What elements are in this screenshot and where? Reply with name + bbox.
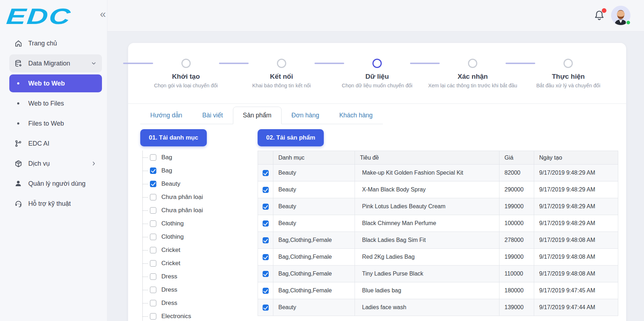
- cell-title: Pink Lotus Ladies Beauty Cream: [355, 198, 499, 215]
- sidebar-item-data-migration[interactable]: Data Migration: [9, 54, 102, 72]
- table-row: Bag,Clothing,Female Tiny Ladies Purse Bl…: [258, 266, 618, 282]
- category-checkbox[interactable]: [150, 313, 156, 320]
- category-checkbox[interactable]: [150, 207, 156, 214]
- row-checkbox-cell: [258, 165, 273, 181]
- table-row: Beauty Ladies face wash 139000 9/17/2019…: [258, 299, 618, 316]
- category-checkbox[interactable]: [150, 181, 156, 187]
- row-checkbox[interactable]: [263, 305, 269, 311]
- tab-kh-ch-h-ng[interactable]: Khách hàng: [329, 107, 382, 124]
- category-label: Cricket: [161, 247, 180, 254]
- cell-category: Beauty: [273, 165, 355, 181]
- category-checkbox[interactable]: [150, 300, 156, 306]
- row-checkbox[interactable]: [263, 170, 269, 176]
- category-checkbox[interactable]: [150, 154, 156, 161]
- user-avatar[interactable]: [611, 6, 630, 25]
- cell-title: Red 2Kg Ladies Bag: [355, 249, 499, 266]
- table-row: Beauty X-Man Black Body Spray 290000 9/1…: [258, 181, 618, 198]
- cell-title: Make-up Kit Golden Fashion Special Kit: [355, 165, 499, 181]
- tab-s-n-ph-m[interactable]: Sản phẩm: [233, 107, 282, 124]
- category-checkbox[interactable]: [150, 247, 156, 253]
- row-checkbox[interactable]: [263, 237, 269, 243]
- sidebar-item-h-tr-k-thu-t[interactable]: Hỗ trợ kỹ thuật: [9, 195, 102, 213]
- sidebar-item-qu-n-l-ng-i-d-ng[interactable]: Quản lý người dùng: [9, 175, 102, 193]
- category-tree-item-bag[interactable]: Bag: [143, 151, 258, 164]
- sidebar-item-files-to-web[interactable]: Files to Web: [9, 115, 102, 132]
- table-row: Bag,Clothing,Female Black Ladies Bag Sim…: [258, 232, 618, 249]
- row-checkbox[interactable]: [263, 187, 269, 193]
- category-label: Beauty: [161, 180, 180, 188]
- load-products-button[interactable]: 02. Tải sản phẩm: [258, 129, 324, 146]
- tab-n-h-ng[interactable]: Đơn hàng: [282, 107, 330, 124]
- cell-created: 9/17/2019 9:48:29 AM: [534, 215, 618, 232]
- products-panel: 01. Tải danh mục Bag Bag Beauty Chưa phâ…: [128, 124, 626, 321]
- row-checkbox[interactable]: [263, 271, 269, 277]
- cell-price: 290000: [499, 181, 534, 198]
- sidebar-item-label: Quản lý người dùng: [28, 180, 86, 188]
- cell-price: 278000: [499, 232, 534, 249]
- category-checkbox[interactable]: [150, 167, 156, 174]
- row-checkbox[interactable]: [263, 220, 269, 227]
- cell-price: 199000: [499, 249, 534, 266]
- category-tree-item-cricket[interactable]: Cricket: [143, 243, 258, 257]
- products-column: 02. Tải sản phẩm Danh mụcTiêu đềGiáNgày …: [258, 129, 618, 321]
- category-checkbox[interactable]: [150, 234, 156, 240]
- online-status-dot: [626, 20, 631, 25]
- cell-price: 100000: [499, 215, 534, 232]
- cell-price: 199000: [499, 198, 534, 215]
- table-header-cell: [258, 151, 273, 165]
- tab-b-i-vi-t[interactable]: Bài viết: [192, 107, 233, 124]
- sidebar-item-web-to-files[interactable]: Web to Files: [9, 94, 102, 112]
- category-tree: Bag Bag Beauty Chưa phân loại Chưa phân …: [142, 151, 258, 321]
- sidebar-item-web-to-web[interactable]: Web to Web: [9, 74, 102, 92]
- category-checkbox[interactable]: [150, 220, 156, 227]
- bullet-icon: [14, 102, 23, 104]
- table-row: Bag,Clothing,Female Red 2Kg Ladies Bag 1…: [258, 249, 618, 266]
- category-tree-item-ch-a-ph-n-lo-i[interactable]: Chưa phân loại: [143, 204, 258, 217]
- cell-created: 9/17/2019 9:48:08 AM: [534, 266, 618, 282]
- migration-wizard-card: Khởi tạo Chọn gói và loại chuyển đổi Kết…: [128, 43, 626, 321]
- row-checkbox-cell: [258, 282, 273, 299]
- category-tree-item-ch-a-ph-n-lo-i[interactable]: Chưa phân loại: [143, 190, 258, 204]
- sidebar-item-label: Files to Web: [28, 120, 64, 127]
- category-checkbox[interactable]: [150, 194, 156, 200]
- category-tree-item-cricket[interactable]: Cricket: [143, 257, 258, 270]
- row-checkbox[interactable]: [263, 254, 269, 260]
- category-tree-item-clothing[interactable]: Clothing: [143, 230, 258, 243]
- category-tree-item-bag[interactable]: Bag: [143, 164, 258, 177]
- category-tree-item-clothing[interactable]: Clothing: [143, 217, 258, 230]
- products-table: Danh mụcTiêu đềGiáNgày tạo Beauty Make-u…: [258, 151, 618, 316]
- category-checkbox[interactable]: [150, 287, 156, 293]
- step-subtitle: Bắt đầu xử lý và chuyển đổi: [521, 83, 616, 88]
- wizard-stepper: Khởi tạo Chọn gói và loại chuyển đổi Kết…: [128, 43, 626, 103]
- category-tree-item-dress[interactable]: Dress: [143, 283, 258, 296]
- category-tree-item-dress[interactable]: Dress: [143, 296, 258, 310]
- sidebar-item-label: Hỗ trợ kỹ thuật: [28, 200, 71, 208]
- chevron-down-icon: [91, 60, 97, 67]
- sidebar-item-d-ch-v[interactable]: Dịch vụ: [9, 155, 102, 172]
- table-row: Beauty Make-up Kit Golden Fashion Specia…: [258, 165, 618, 181]
- cell-created: 9/17/2019 9:48:29 AM: [534, 198, 618, 215]
- sidebar-collapse-button[interactable]: «: [100, 9, 106, 24]
- category-label: Bag: [161, 154, 172, 161]
- load-categories-button[interactable]: 01. Tải danh mục: [140, 129, 207, 146]
- category-checkbox[interactable]: [150, 260, 156, 267]
- tab-h-ng-d-n[interactable]: Hướng dẫn: [140, 107, 192, 124]
- cell-category: Bag,Clothing,Female: [273, 232, 355, 249]
- step-title: Xác nhận: [425, 73, 521, 81]
- category-tree-item-dress[interactable]: Dress: [143, 270, 258, 283]
- row-checkbox[interactable]: [263, 288, 269, 294]
- sidebar-item-edc-ai[interactable]: EDC AI: [9, 135, 102, 152]
- sidebar-item-trang-ch[interactable]: Trang chủ: [9, 34, 102, 52]
- bullet-icon: [14, 122, 23, 125]
- category-label: Clothing: [161, 233, 184, 240]
- notification-bell-icon[interactable]: [594, 9, 605, 22]
- category-tree-item-electronics[interactable]: Electronics: [143, 310, 258, 321]
- table-header-cell: Giá: [499, 151, 534, 165]
- database-gear-icon: [14, 59, 23, 68]
- category-tree-item-beauty[interactable]: Beauty: [143, 177, 258, 190]
- cell-category: Bag,Clothing,Female: [273, 266, 355, 282]
- category-checkbox[interactable]: [150, 273, 156, 280]
- wizard-step-th-c-hi-n[interactable]: Thực hiện Bắt đầu xử lý và chuyển đổi: [521, 59, 616, 88]
- sidebar-item-label: Trang chủ: [28, 40, 57, 47]
- row-checkbox[interactable]: [263, 204, 269, 210]
